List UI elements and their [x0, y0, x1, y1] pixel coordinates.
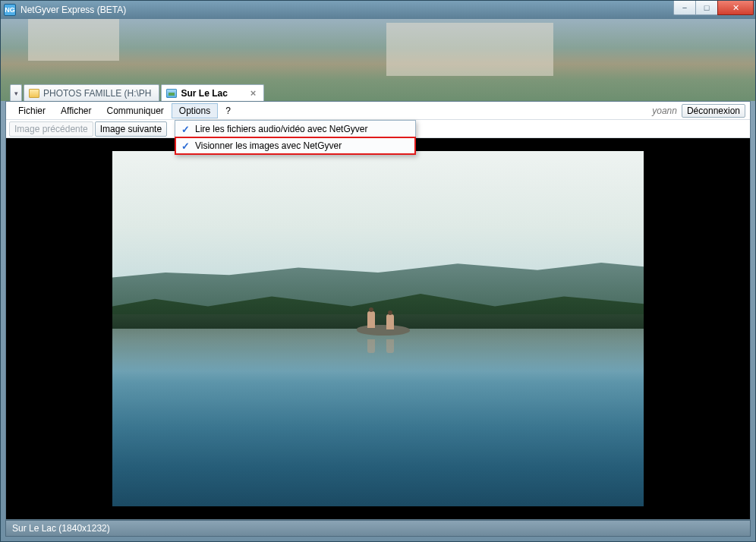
check-icon: ✓ — [175, 140, 195, 152]
statusbar: Sur Le Lac (1840x1232) — [5, 520, 751, 537]
window-controls: − □ ✕ — [674, 1, 754, 15]
option-label: Lire les fichiers audio/vidéo avec NetGy… — [195, 124, 367, 134]
minimize-button[interactable]: − — [673, 1, 696, 15]
option-label: Visionner les images avec NetGyver — [195, 140, 342, 151]
app-icon: NG — [4, 4, 16, 16]
tab-label: PHOTOS FAMILLE (H:\PH — [43, 88, 151, 99]
window-title: NetGyver Express (BETA) — [20, 5, 126, 15]
app-window: NG NetGyver Express (BETA) − □ ✕ ▾ PHOTO… — [0, 0, 756, 542]
next-image-button[interactable]: Image suivante — [95, 121, 167, 137]
image-icon — [166, 89, 177, 98]
tab-photos-famille[interactable]: PHOTOS FAMILLE (H:\PH — [24, 84, 159, 101]
option-view-images[interactable]: ✓ Visionner les images avec NetGyver — [175, 137, 415, 154]
client-area: Fichier Afficher Communiquer Options ? y… — [5, 101, 751, 520]
menu-communiquer[interactable]: Communiquer — [99, 103, 171, 118]
username-label: yoann — [652, 106, 677, 116]
close-button[interactable]: ✕ — [717, 1, 754, 15]
folder-icon — [29, 89, 39, 98]
menu-fichier[interactable]: Fichier — [11, 103, 53, 118]
options-dropdown: ✓ Lire les fichiers audio/vidéo avec Net… — [175, 120, 416, 155]
image-viewer[interactable] — [6, 138, 750, 519]
status-text: Sur Le Lac (1840x1232) — [12, 523, 110, 534]
logout-button[interactable]: Déconnexion — [682, 104, 745, 118]
menu-afficher[interactable]: Afficher — [53, 103, 99, 118]
check-icon: ✓ — [175, 124, 195, 135]
titlebar[interactable]: NG NetGyver Express (BETA) − □ ✕ — [1, 1, 755, 19]
menubar: Fichier Afficher Communiquer Options ? y… — [6, 102, 750, 120]
menu-help[interactable]: ? — [218, 103, 238, 118]
header-background: ▾ PHOTOS FAMILLE (H:\PH Sur Le Lac × — [1, 19, 755, 101]
tab-label: Sur Le Lac — [181, 88, 227, 99]
tab-strip: ▾ PHOTOS FAMILLE (H:\PH Sur Le Lac × — [10, 83, 264, 101]
tab-sur-le-lac[interactable]: Sur Le Lac × — [161, 84, 264, 101]
option-play-media[interactable]: ✓ Lire les fichiers audio/vidéo avec Net… — [175, 121, 415, 137]
maximize-button[interactable]: □ — [695, 1, 718, 15]
tab-close-icon[interactable]: × — [250, 87, 257, 99]
prev-image-button[interactable]: Image précédente — [9, 121, 93, 137]
tab-list-dropdown[interactable]: ▾ — [10, 84, 22, 101]
menu-options[interactable]: Options — [172, 103, 218, 118]
photo-content — [112, 151, 644, 506]
